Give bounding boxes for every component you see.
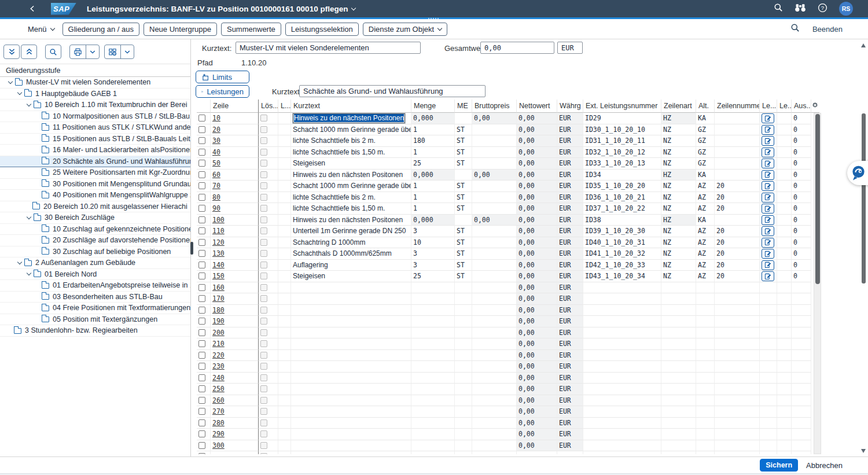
search-icon[interactable]: [790, 23, 800, 35]
page-scrollbar-thumb[interactable]: [862, 113, 866, 283]
row-select-checkbox[interactable]: [198, 307, 205, 314]
tree-item[interactable]: 11 Positionen aus STLK / STLKWund andere…: [0, 122, 190, 134]
tree-item[interactable]: 16 Maler- und Lackierarbeiten alsPositio…: [0, 145, 190, 156]
tree-item[interactable]: 30 Zuschlag auf beliebige Positionen: [0, 246, 190, 258]
chevron-down-icon[interactable]: [24, 217, 34, 219]
leistungstext-edit-button[interactable]: [762, 193, 774, 202]
row-select-checkbox[interactable]: [198, 273, 205, 279]
row-select-checkbox[interactable]: [198, 250, 205, 257]
row-select-checkbox[interactable]: [198, 239, 205, 246]
column-header[interactable]: Alt.: [696, 100, 715, 113]
table-scrollbar-thumb[interactable]: [815, 114, 820, 284]
row-select-checkbox[interactable]: [198, 385, 205, 392]
zeile-link[interactable]: 10: [212, 114, 220, 122]
column-header[interactable]: Währg: [557, 100, 583, 113]
row-select-checkbox[interactable]: [198, 182, 205, 189]
row-select-checkbox[interactable]: [198, 430, 205, 437]
row-select-checkbox[interactable]: [198, 216, 205, 223]
table-scrollbar[interactable]: [814, 113, 821, 454]
chevron-down-icon[interactable]: [15, 262, 24, 264]
leistungstext-edit-button[interactable]: [762, 181, 774, 191]
zeile-link[interactable]: 160: [212, 283, 225, 292]
tree-item[interactable]: 04 Freie Positionen mit Textformatierung…: [0, 303, 190, 314]
zeile-link[interactable]: 140: [212, 261, 225, 269]
leistungstext-edit-button[interactable]: [762, 226, 774, 236]
zeile-link[interactable]: 250: [212, 385, 225, 393]
row-select-checkbox[interactable]: [198, 149, 205, 156]
tree-item[interactable]: 20 Schächte als Grund- und Wahlausführun…: [0, 156, 190, 168]
row-select-checkbox[interactable]: [198, 318, 205, 325]
zeile-link[interactable]: 20: [212, 126, 220, 134]
print-dropdown-icon[interactable]: [86, 45, 99, 58]
table-layout-icon[interactable]: [105, 45, 120, 58]
collapse-all-button[interactable]: [21, 45, 37, 59]
leistungstext-edit-button[interactable]: [762, 249, 774, 259]
leistungstext-edit-button[interactable]: [762, 170, 774, 180]
toolbar-button[interactable]: Neue Untergruppe: [144, 23, 217, 36]
tree-item[interactable]: 1 Hauptgebäude GAEB 1: [0, 89, 190, 100]
kurztext2-input[interactable]: [299, 85, 486, 97]
beenden-button[interactable]: Beenden: [812, 25, 843, 34]
gesamtwert-input[interactable]: [480, 42, 554, 54]
kurztext-edit-field[interactable]: Hinweis zu den nächsten Positonen: [293, 113, 405, 123]
zeile-link[interactable]: 60: [212, 171, 220, 179]
tree-item[interactable]: 01 Bereich Nord: [0, 269, 190, 281]
tree-item[interactable]: 03 Besonderheiten aus STLB-Bau: [0, 292, 190, 303]
zeile-link[interactable]: 130: [212, 249, 225, 257]
column-header[interactable]: Kurztext: [291, 100, 411, 113]
table-settings-icon[interactable]: [811, 100, 819, 113]
zeile-link[interactable]: 100: [212, 216, 225, 224]
scroll-up-icon[interactable]: [861, 43, 866, 47]
zeile-link[interactable]: 280: [212, 419, 225, 427]
zeile-link[interactable]: 30: [212, 137, 220, 145]
layout-dropdown-icon[interactable]: [120, 45, 134, 58]
row-select-checkbox[interactable]: [198, 352, 205, 359]
column-header[interactable]: Aus...: [792, 100, 811, 113]
zeile-link[interactable]: 220: [212, 351, 225, 359]
column-header[interactable]: Ext. Leistungsnummer: [583, 100, 661, 113]
cancel-button[interactable]: Abbrechen: [806, 461, 843, 470]
tree-item[interactable]: 01 ErdarbeitenAngebotspreise teilweise i…: [0, 280, 190, 292]
page-title[interactable]: Leistungsverzeichnis: BANF-LV zu Positio…: [87, 5, 355, 13]
leistungstext-edit-button[interactable]: [762, 159, 774, 168]
select-all-header[interactable]: [197, 100, 211, 113]
leistungstext-edit-button[interactable]: [762, 260, 774, 270]
tree-item[interactable]: 25 Weitere Positionsarten mit Kgr-Zuordn…: [0, 167, 190, 179]
tree-item[interactable]: 10 Normalpositionen aus STLB / StLB-Bau: [0, 111, 190, 123]
currency-input[interactable]: [557, 42, 583, 54]
scroll-down-icon[interactable]: [861, 449, 866, 453]
leistungstext-edit-button[interactable]: [762, 204, 774, 213]
column-header[interactable]: Bruttopreis: [472, 100, 517, 113]
row-select-checkbox[interactable]: [198, 374, 205, 381]
leistungstext-edit-button[interactable]: [762, 136, 774, 146]
menu-dropdown[interactable]: Menü: [28, 25, 54, 34]
zeile-link[interactable]: 170: [212, 294, 225, 303]
tree-item[interactable]: 10 Bereich 1.10 mit Textumbruchin der Be…: [0, 100, 190, 111]
tree-item[interactable]: 20 Bereich 10.20 mit ausgelassener Hiera…: [0, 201, 190, 213]
column-header[interactable]: ME: [455, 100, 472, 113]
limits-button[interactable]: Limits: [196, 71, 249, 83]
zeile-link[interactable]: 110: [212, 227, 225, 235]
chevron-down-icon[interactable]: [6, 82, 15, 83]
chevron-down-icon[interactable]: [24, 273, 34, 275]
chevron-down-icon[interactable]: [15, 93, 24, 94]
zeile-link[interactable]: 190: [212, 317, 225, 325]
column-header[interactable]: Menge: [411, 100, 455, 113]
leistungstext-edit-button[interactable]: [762, 271, 774, 281]
row-select-checkbox[interactable]: [198, 171, 205, 178]
zeile-link[interactable]: 120: [212, 238, 225, 246]
zeile-link[interactable]: 270: [212, 407, 225, 415]
search-button[interactable]: [45, 45, 61, 59]
row-select-checkbox[interactable]: [198, 227, 205, 234]
leistungstext-edit-button[interactable]: [762, 113, 774, 123]
column-header[interactable]: L...: [278, 100, 291, 113]
toolbar-button[interactable]: Gliederung an / aus: [62, 23, 139, 36]
tree-item[interactable]: 40 Positionen mit MengensplitWahlgruppe …: [0, 190, 190, 201]
dienste-zum-objekt-button[interactable]: Dienste zum Objekt: [363, 23, 447, 36]
zeile-link[interactable]: 90: [212, 204, 220, 212]
tree-item[interactable]: 15 Positionen aus STLB / StLB-Bauals Lei…: [0, 134, 190, 145]
leistungstext-edit-button[interactable]: [762, 238, 774, 248]
tree-item[interactable]: Muster-LV mit vielen Sonderelementen: [0, 77, 190, 89]
row-select-checkbox[interactable]: [198, 126, 205, 133]
tree-item[interactable]: 3 Stundenlohn- bzw. Regiearbeiten: [0, 325, 190, 337]
